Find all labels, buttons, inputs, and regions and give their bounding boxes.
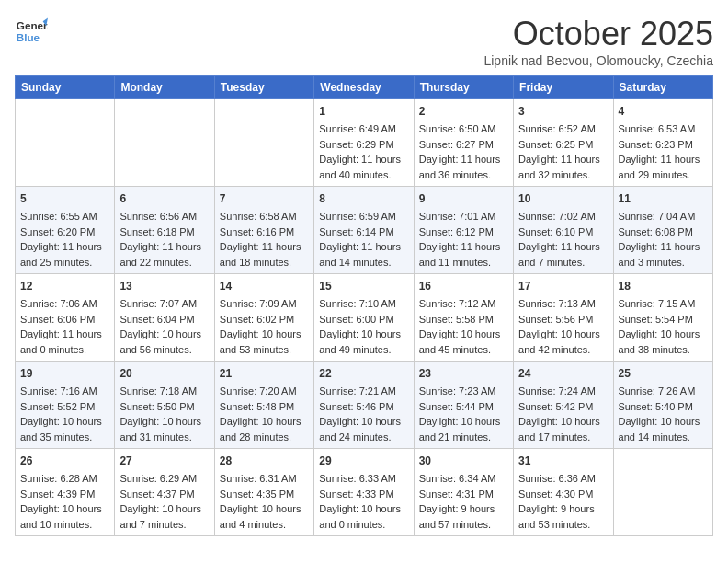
day-info-line: Sunrise: 6:49 AM <box>319 121 408 137</box>
day-info-line: Sunset: 6:23 PM <box>619 137 708 153</box>
day-info-line: and 40 minutes. <box>319 167 408 183</box>
day-info-line: Sunrise: 7:02 AM <box>518 209 608 224</box>
day-info-line: Sunrise: 7:26 AM <box>619 384 708 399</box>
day-info-line: Sunset: 5:54 PM <box>619 312 708 327</box>
calendar-cell: 5Sunrise: 6:55 AMSunset: 6:20 PMDaylight… <box>16 187 115 274</box>
col-monday: Monday <box>115 76 214 99</box>
day-info-line: Daylight: 11 hours <box>419 152 508 167</box>
day-info-line: Daylight: 10 hours <box>119 327 209 342</box>
calendar-week-2: 5Sunrise: 6:55 AMSunset: 6:20 PMDaylight… <box>16 187 713 274</box>
calendar-cell: 4Sunrise: 6:53 AMSunset: 6:23 PMDaylight… <box>613 99 712 187</box>
day-info-line: Daylight: 11 hours <box>220 239 309 255</box>
calendar-cell: 3Sunrise: 6:52 AMSunset: 6:25 PMDaylight… <box>514 99 613 187</box>
day-info-line: and 0 minutes. <box>20 342 109 358</box>
calendar-cell: 29Sunrise: 6:33 AMSunset: 4:33 PMDayligh… <box>314 449 414 536</box>
day-info-line: Sunset: 5:48 PM <box>220 399 309 415</box>
day-info-line: Sunrise: 7:10 AM <box>319 296 408 312</box>
day-info-line: Sunset: 6:25 PM <box>518 137 608 153</box>
day-info-line: and 7 minutes. <box>518 255 608 270</box>
day-info-line: Sunset: 5:42 PM <box>518 399 608 415</box>
day-info-line: Sunrise: 6:55 AM <box>20 209 109 224</box>
day-info-line: Sunrise: 7:01 AM <box>419 209 508 224</box>
day-info-line: Sunrise: 6:31 AM <box>220 471 309 487</box>
day-info-line: and 25 minutes. <box>20 255 109 270</box>
day-info-line: Daylight: 10 hours <box>20 414 109 430</box>
day-info-line: Daylight: 10 hours <box>419 414 508 430</box>
day-info-line: and 35 minutes. <box>20 430 109 445</box>
day-number: 18 <box>619 278 708 294</box>
day-info-line: Sunset: 6:27 PM <box>419 137 508 153</box>
col-thursday: Thursday <box>414 76 513 99</box>
day-info-line: and 31 minutes. <box>119 430 209 445</box>
day-info-line: Sunset: 4:31 PM <box>419 487 508 502</box>
day-info-line: Daylight: 11 hours <box>518 239 608 255</box>
calendar-cell: 24Sunrise: 7:24 AMSunset: 5:42 PMDayligh… <box>514 362 613 449</box>
logo-icon: General Blue <box>15 15 48 48</box>
day-number: 22 <box>319 365 408 382</box>
day-info-line: Daylight: 10 hours <box>119 501 209 517</box>
day-info-line: Daylight: 11 hours <box>419 239 508 255</box>
calendar-cell: 1Sunrise: 6:49 AMSunset: 6:29 PMDaylight… <box>314 99 414 187</box>
calendar-body: 1Sunrise: 6:49 AMSunset: 6:29 PMDaylight… <box>16 99 713 536</box>
day-info-line: Daylight: 10 hours <box>220 414 309 430</box>
day-info-line: Sunset: 4:35 PM <box>220 487 309 502</box>
day-info-line: Sunset: 6:04 PM <box>119 312 209 327</box>
calendar-cell <box>115 99 214 187</box>
day-info-line: and 11 minutes. <box>419 255 508 270</box>
day-number: 13 <box>119 278 209 294</box>
day-number: 5 <box>20 190 109 207</box>
day-info-line: Sunset: 6:20 PM <box>20 224 109 240</box>
calendar-cell: 30Sunrise: 6:34 AMSunset: 4:31 PMDayligh… <box>414 449 513 536</box>
day-info-line: Sunset: 6:00 PM <box>319 312 408 327</box>
day-info-line: Sunrise: 6:33 AM <box>319 471 408 487</box>
day-info-line: and 57 minutes. <box>419 517 508 533</box>
day-info-line: Daylight: 11 hours <box>20 239 109 255</box>
calendar-week-3: 12Sunrise: 7:06 AMSunset: 6:06 PMDayligh… <box>16 274 713 362</box>
day-number: 29 <box>319 453 408 469</box>
calendar-cell: 20Sunrise: 7:18 AMSunset: 5:50 PMDayligh… <box>115 362 214 449</box>
day-info-line: Daylight: 10 hours <box>319 327 408 342</box>
day-info-line: Sunrise: 7:20 AM <box>220 384 309 399</box>
calendar-cell: 19Sunrise: 7:16 AMSunset: 5:52 PMDayligh… <box>16 362 115 449</box>
day-info-line: Daylight: 11 hours <box>619 239 708 255</box>
calendar-cell: 23Sunrise: 7:23 AMSunset: 5:44 PMDayligh… <box>414 362 513 449</box>
day-info-line: Sunrise: 7:16 AM <box>20 384 109 399</box>
day-info-line: and 42 minutes. <box>518 342 608 358</box>
day-info-line: and 45 minutes. <box>419 342 508 358</box>
calendar-cell: 14Sunrise: 7:09 AMSunset: 6:02 PMDayligh… <box>214 274 313 362</box>
day-info-line: and 28 minutes. <box>220 430 309 445</box>
day-info-line: and 18 minutes. <box>220 255 309 270</box>
day-number: 15 <box>319 278 408 294</box>
day-info-line: Daylight: 9 hours <box>419 501 508 517</box>
calendar-cell: 16Sunrise: 7:12 AMSunset: 5:58 PMDayligh… <box>414 274 513 362</box>
day-info-line: Daylight: 10 hours <box>220 501 309 517</box>
day-number: 6 <box>119 190 209 207</box>
day-info-line: Sunset: 6:29 PM <box>319 137 408 153</box>
page-header: General Blue October 2025 Lipnik nad Bec… <box>15 15 713 68</box>
day-info-line: Sunrise: 7:23 AM <box>419 384 508 399</box>
day-number: 20 <box>119 365 209 382</box>
day-number: 7 <box>220 190 309 207</box>
day-number: 14 <box>220 278 309 294</box>
day-info-line: Sunrise: 6:34 AM <box>419 471 508 487</box>
day-info-line: Daylight: 11 hours <box>119 239 209 255</box>
day-number: 31 <box>518 453 608 469</box>
day-info-line: Sunrise: 7:09 AM <box>220 296 309 312</box>
day-number: 19 <box>20 365 109 382</box>
day-info-line: and 24 minutes. <box>319 430 408 445</box>
day-info-line: Sunrise: 6:36 AM <box>518 471 608 487</box>
calendar-header: Sunday Monday Tuesday Wednesday Thursday… <box>16 76 713 99</box>
calendar-cell: 11Sunrise: 7:04 AMSunset: 6:08 PMDayligh… <box>613 187 712 274</box>
day-number: 17 <box>518 278 608 294</box>
calendar-cell: 6Sunrise: 6:56 AMSunset: 6:18 PMDaylight… <box>115 187 214 274</box>
day-info-line: and 7 minutes. <box>119 517 209 533</box>
day-info-line: Daylight: 10 hours <box>619 327 708 342</box>
day-number: 23 <box>419 365 508 382</box>
day-info-line: Sunset: 6:18 PM <box>119 224 209 240</box>
day-info-line: and 4 minutes. <box>220 517 309 533</box>
day-info-line: Daylight: 10 hours <box>518 327 608 342</box>
day-info-line: Sunrise: 6:28 AM <box>20 471 109 487</box>
day-info-line: Daylight: 10 hours <box>419 327 508 342</box>
day-info-line: Sunset: 5:40 PM <box>619 399 708 415</box>
day-info-line: Sunrise: 7:13 AM <box>518 296 608 312</box>
